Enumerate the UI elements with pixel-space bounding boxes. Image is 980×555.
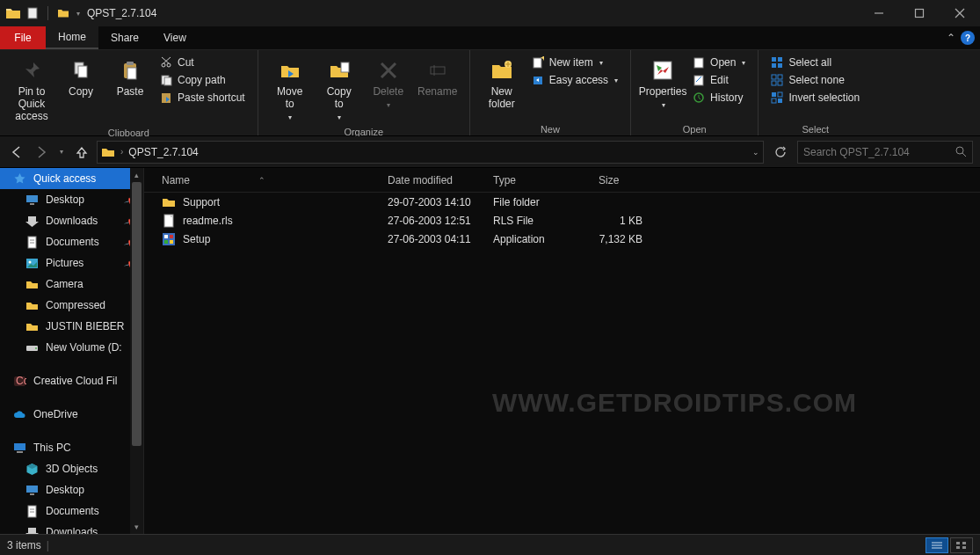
svg-rect-65 <box>170 235 173 238</box>
copy-to-label: Copy to <box>327 86 352 111</box>
sidebar-item[interactable]: Quick access <box>0 168 143 189</box>
delete-button[interactable]: Delete▾ <box>364 54 413 113</box>
file-row[interactable]: Support 29-07-2003 14:10 File folder <box>144 193 980 211</box>
select-none-button[interactable]: Select none <box>766 71 865 89</box>
cut-label: Cut <box>178 56 194 69</box>
sidebar-item-label: New Volume (D: <box>46 341 122 354</box>
column-header-name[interactable]: Name <box>153 174 379 186</box>
svg-point-11 <box>167 63 171 67</box>
sidebar-scrollbar[interactable]: ▴ ▾ <box>130 168 143 534</box>
tab-home[interactable]: Home <box>46 26 98 49</box>
easy-access-button[interactable]: Easy access▾ <box>526 71 623 89</box>
tab-share[interactable]: Share <box>98 26 151 49</box>
svg-rect-17 <box>341 62 349 72</box>
history-label: History <box>710 91 743 104</box>
view-icons-button[interactable] <box>950 537 973 553</box>
address-path[interactable]: QPST_2.7.104 <box>128 146 198 158</box>
sidebar-item[interactable]: Downloads <box>0 522 143 534</box>
sidebar-item[interactable]: Downloads📌 <box>0 210 143 231</box>
up-button[interactable] <box>72 140 91 164</box>
sidebar-item[interactable]: Camera <box>0 274 143 295</box>
tab-file[interactable]: File <box>0 26 46 49</box>
select-none-icon <box>771 74 783 86</box>
sidebar-item[interactable]: This PC <box>0 437 143 458</box>
close-button[interactable] <box>940 0 980 26</box>
sidebar-item[interactable]: 3D Objects <box>0 458 143 479</box>
column-header-size[interactable]: Size <box>590 174 651 186</box>
view-details-button[interactable] <box>926 537 948 553</box>
sidebar-item[interactable]: Desktop📌 <box>0 189 143 210</box>
maximize-button[interactable] <box>899 0 940 26</box>
new-folder-label: New folder <box>489 86 515 111</box>
minimize-button[interactable] <box>859 0 899 26</box>
history-button[interactable]: History <box>687 89 751 106</box>
select-all-button[interactable]: Select all <box>766 54 865 71</box>
sidebar-item[interactable]: Desktop <box>0 479 143 500</box>
file-row[interactable]: readme.rls 27-06-2003 12:51 RLS File 1 K… <box>144 211 980 230</box>
open-button[interactable]: Open▾ <box>687 54 751 71</box>
sidebar-item[interactable]: Documents📌 <box>0 231 143 252</box>
sidebar-item-label: Camera <box>46 278 83 290</box>
invert-selection-button[interactable]: Invert selection <box>766 89 865 106</box>
sidebar-item[interactable]: OneDrive <box>0 404 143 425</box>
scroll-up-icon[interactable]: ▴ <box>130 168 143 182</box>
qat-file-icon[interactable] <box>26 7 39 19</box>
edit-button[interactable]: Edit <box>687 71 751 89</box>
sidebar-item[interactable]: Compressed <box>0 295 143 316</box>
ribbon-group-organize: Move to▾ Copy to▾ Delete▾ Rename Organiz… <box>258 50 470 135</box>
chevron-right-icon[interactable]: › <box>120 147 123 157</box>
qat-folder-icon[interactable] <box>57 7 69 19</box>
file-date: 29-07-2003 14:10 <box>379 196 484 208</box>
scroll-down-icon[interactable]: ▾ <box>130 520 143 534</box>
svg-rect-55 <box>14 443 25 450</box>
sidebar-item[interactable]: CcCreative Cloud Fil <box>0 370 143 391</box>
file-row[interactable]: Setup 27-06-2003 04:11 Application 7,132… <box>144 230 980 248</box>
creative-cloud-icon: Cc <box>12 374 26 388</box>
copy-path-button[interactable]: Copy path <box>155 71 250 89</box>
svg-rect-31 <box>778 57 782 62</box>
open-icon <box>693 56 705 69</box>
sidebar-item[interactable]: Pictures📌 <box>0 252 143 274</box>
cut-button[interactable]: Cut <box>155 54 250 71</box>
search-input[interactable]: Search QPST_2.7.104 <box>797 141 973 164</box>
easy-access-label: Easy access <box>549 74 608 86</box>
help-icon[interactable]: ? <box>961 31 975 45</box>
scroll-thumb[interactable] <box>132 182 142 446</box>
desktop-icon <box>25 193 39 207</box>
select-all-label: Select all <box>788 56 831 69</box>
svg-text:Cc: Cc <box>16 375 26 387</box>
sidebar-item[interactable]: New Volume (D: <box>0 337 143 358</box>
recent-dropdown[interactable]: ▾ <box>56 140 67 164</box>
forward-button[interactable] <box>32 140 51 164</box>
copy-button[interactable]: Copy <box>56 54 105 102</box>
qat-dropdown[interactable]: ▾ <box>76 10 80 18</box>
tab-view[interactable]: View <box>151 26 199 49</box>
copy-path-label: Copy path <box>178 74 226 86</box>
documents-icon <box>25 504 39 518</box>
paste-button[interactable]: Paste <box>105 54 155 102</box>
svg-point-52 <box>35 347 37 349</box>
move-to-button[interactable]: Move to▾ <box>265 54 315 125</box>
column-header-type[interactable]: Type <box>484 174 590 186</box>
sidebar-item[interactable]: JUSTIN BIEBER <box>0 316 143 337</box>
file-list-pane: ⌃ Name Date modified Type Size Support 2… <box>144 168 980 534</box>
svg-rect-20 <box>431 67 445 74</box>
scissors-icon <box>160 56 172 69</box>
address-bar[interactable]: › QPST_2.7.104 ⌄ <box>97 141 764 164</box>
address-dropdown-icon[interactable]: ⌄ <box>752 148 759 157</box>
paste-shortcut-button[interactable]: Paste shortcut <box>155 89 250 106</box>
refresh-button[interactable] <box>769 141 792 164</box>
rename-button[interactable]: Rename <box>413 54 462 102</box>
delete-label: Delete <box>373 86 403 99</box>
ribbon-collapse-icon[interactable]: ⌃ <box>947 32 955 44</box>
copy-to-button[interactable]: Copy to▾ <box>315 54 364 125</box>
svg-rect-28 <box>694 76 703 85</box>
sidebar-item[interactable]: Documents <box>0 500 143 522</box>
pin-to-quick-access-button[interactable]: Pin to Quick access <box>7 54 56 126</box>
sidebar-item-label: Downloads <box>46 215 98 227</box>
back-button[interactable] <box>7 140 26 164</box>
new-item-button[interactable]: ✦ New item▾ <box>526 54 623 71</box>
column-header-date[interactable]: Date modified <box>379 174 484 186</box>
new-folder-button[interactable]: New folder <box>477 54 526 114</box>
properties-button[interactable]: Properties▾ <box>638 54 687 113</box>
